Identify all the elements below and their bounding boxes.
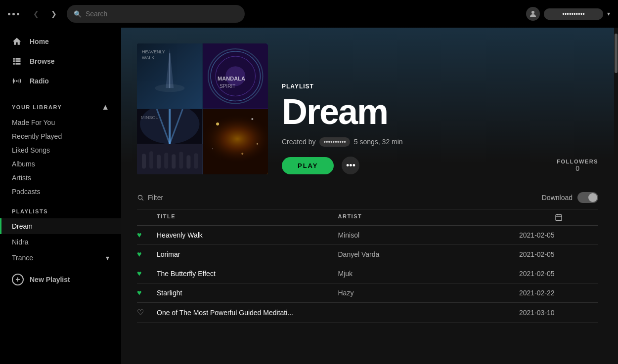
svg-text:MANDALA: MANDALA <box>218 76 245 81</box>
playlist-actions: PLAY ••• FOLLOWERS 0 <box>282 157 598 174</box>
playlists-header: PLAYLISTS <box>0 202 121 218</box>
sidebar-item-browse[interactable]: Browse <box>0 51 121 71</box>
tracks-header: TITLE ARTIST <box>137 209 598 226</box>
col-artist-header: ARTIST <box>338 213 520 221</box>
sidebar-item-podcasts[interactable]: Podcasts <box>0 185 121 199</box>
svg-point-37 <box>256 143 258 144</box>
playlist-header: HEAVENLY WALK MANDALA SPIRIT <box>121 28 614 186</box>
track-artist-3: Mjuk <box>338 270 520 278</box>
forward-button[interactable]: ❯ <box>47 7 61 21</box>
tracks-section: Filter Download TITLE ARTIST <box>121 186 614 323</box>
table-row[interactable]: ♥ Starlight Hazy 2021-02-22 <box>137 283 598 303</box>
sidebar-item-albums[interactable]: Albums <box>0 157 121 171</box>
table-row[interactable]: ♥ Heavenly Walk Minisol 2021-02-05 <box>137 226 598 245</box>
filter-row: Filter Download <box>137 186 598 209</box>
sidebar-playlist-nidra[interactable]: Nidra <box>0 234 121 250</box>
svg-rect-27 <box>179 152 183 168</box>
new-playlist-label: New Playlist <box>30 276 70 283</box>
svg-rect-25 <box>164 153 168 168</box>
play-button[interactable]: PLAY <box>282 157 334 174</box>
creator-name: •••••••••• <box>319 137 350 147</box>
like-button-3[interactable]: ♥ <box>137 269 157 278</box>
scrollbar-thumb[interactable] <box>615 34 618 73</box>
playlist-cover: HEAVENLY WALK MANDALA SPIRIT <box>137 43 268 174</box>
your-library-title: YOUR LIBRARY <box>12 104 62 110</box>
track-date-4: 2021-02-22 <box>519 289 598 297</box>
scrollbar-track[interactable] <box>614 28 618 364</box>
table-row[interactable]: ♥ Lorimar Danyel Varda 2021-02-05 <box>137 245 598 264</box>
library-collapse-icon[interactable]: ▲ <box>101 103 109 112</box>
download-wrap: Download <box>542 192 598 203</box>
search-bar[interactable]: 🔍 <box>67 5 245 23</box>
svg-text:MINSOL: MINSOL <box>141 115 158 120</box>
sidebar-item-recently-played[interactable]: Recently Played <box>0 129 121 143</box>
like-button-2[interactable]: ♥ <box>137 250 157 259</box>
plus-icon: + <box>12 274 24 285</box>
svg-line-39 <box>142 199 143 201</box>
svg-rect-24 <box>157 155 161 168</box>
svg-rect-23 <box>149 151 153 168</box>
toggle-knob <box>588 193 597 202</box>
chevron-down-icon[interactable]: ▾ <box>607 10 610 17</box>
sidebar-item-home[interactable]: Home <box>0 32 121 51</box>
filter-label: Filter <box>148 194 163 202</box>
playlist-meta: Created by •••••••••• 5 songs, 32 min <box>282 137 598 147</box>
home-icon <box>12 37 22 46</box>
svg-rect-28 <box>186 155 190 168</box>
like-button-1[interactable]: ♥ <box>137 231 157 240</box>
user-avatar-icon <box>526 7 540 21</box>
playlists-section: PLAYLISTS Dream Nidra Trance ▾ <box>0 202 121 266</box>
sidebar-item-liked-songs[interactable]: Liked Songs <box>0 143 121 157</box>
playlist-info: PLAYLIST Dream Created by •••••••••• 5 s… <box>282 83 598 174</box>
your-library-header: YOUR LIBRARY ▲ <box>0 95 121 116</box>
like-button-4[interactable]: ♥ <box>137 288 157 297</box>
filter-input-wrap[interactable]: Filter <box>137 194 163 202</box>
svg-point-35 <box>241 153 243 155</box>
table-row[interactable]: ♥ The Butterfly Effect Mjuk 2021-02-05 <box>137 264 598 283</box>
track-date-1: 2021-02-05 <box>519 231 598 239</box>
top-nav: ❮ ❯ 🔍 •••••••••• ▾ <box>0 0 618 28</box>
dot2 <box>12 13 15 15</box>
new-playlist-button[interactable]: + New Playlist <box>0 268 121 291</box>
nav-arrows: ❮ ❯ <box>29 7 61 21</box>
track-artist-1: Minisol <box>338 231 520 239</box>
main-layout: Home Browse Radio YOUR LIBRARY ▲ Made Fo… <box>0 28 618 364</box>
app-menu[interactable] <box>8 13 19 15</box>
col-title-header: TITLE <box>157 213 338 221</box>
search-icon: 🔍 <box>74 10 82 18</box>
svg-point-1 <box>16 80 17 81</box>
browse-icon <box>12 56 22 66</box>
track-artist-2: Danyel Varda <box>338 250 520 258</box>
sidebar-playlist-dream[interactable]: Dream <box>0 218 121 234</box>
back-button[interactable]: ❮ <box>29 7 43 21</box>
svg-point-34 <box>251 118 253 120</box>
svg-point-0 <box>531 11 534 14</box>
like-button-5[interactable]: ♡ <box>137 308 157 317</box>
track-title-5: One of The Most Powerful Guided Meditati… <box>157 309 338 317</box>
user-name[interactable]: •••••••••• <box>544 8 603 20</box>
download-toggle[interactable] <box>577 192 598 203</box>
sidebar: Home Browse Radio YOUR LIBRARY ▲ Made Fo… <box>0 28 121 364</box>
track-date-3: 2021-02-05 <box>519 270 598 278</box>
dot1 <box>8 13 10 15</box>
sidebar-item-made-for-you[interactable]: Made For You <box>0 116 121 129</box>
col-heart-header <box>137 213 157 221</box>
svg-rect-40 <box>556 215 562 221</box>
more-options-button[interactable]: ••• <box>342 157 359 174</box>
playlists-title: PLAYLISTS <box>12 208 48 214</box>
search-input[interactable] <box>86 10 238 18</box>
svg-rect-17 <box>137 144 203 174</box>
svg-rect-29 <box>194 153 198 168</box>
sidebar-label-browse: Browse <box>30 57 55 65</box>
playlist-type: PLAYLIST <box>282 83 598 90</box>
sidebar-item-artists[interactable]: Artists <box>0 171 121 185</box>
sidebar-item-radio[interactable]: Radio <box>0 71 121 91</box>
table-row[interactable]: ♡ One of The Most Powerful Guided Medita… <box>137 303 598 323</box>
user-area: •••••••••• ▾ <box>526 7 610 21</box>
followers-section: FOLLOWERS 0 <box>557 159 598 172</box>
sidebar-playlist-trance[interactable]: Trance ▾ <box>0 250 121 266</box>
track-artist-4: Hazy <box>338 289 520 297</box>
track-title-3: The Butterfly Effect <box>157 270 338 278</box>
track-title-2: Lorimar <box>157 250 338 258</box>
svg-point-36 <box>212 148 213 149</box>
